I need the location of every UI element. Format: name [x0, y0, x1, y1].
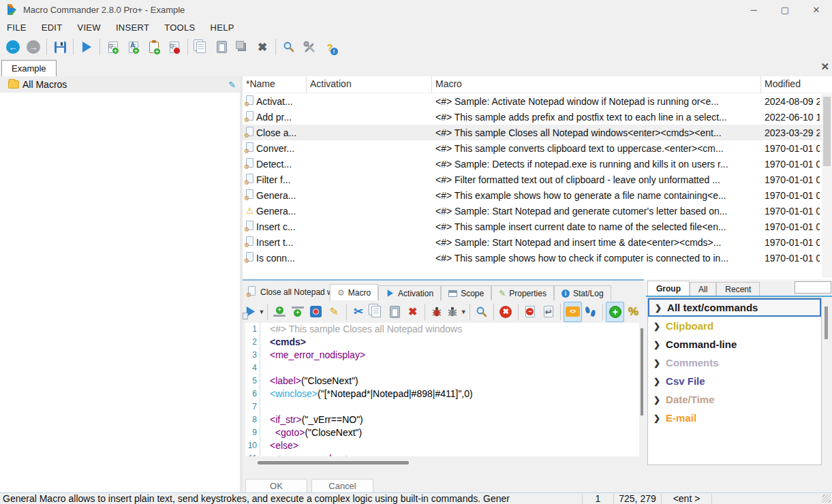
palette-tab-recent[interactable]: Recent — [716, 282, 760, 296]
forward-button[interactable]: → — [23, 37, 44, 57]
menu-tools[interactable]: TOOLS — [164, 22, 195, 33]
cut-button[interactable]: ✂ — [349, 302, 367, 322]
search-button[interactable] — [279, 37, 299, 57]
code-line[interactable]: 3<me_error_nodisplay> — [245, 349, 639, 362]
paste-button[interactable] — [211, 37, 232, 57]
menu-edit[interactable]: EDIT — [42, 22, 63, 33]
editor-vertical-scrollbar[interactable] — [641, 326, 644, 459]
run-button[interactable] — [76, 37, 97, 57]
debug-button[interactable] — [428, 302, 446, 322]
back-button[interactable]: ← — [3, 37, 23, 57]
menu-view[interactable]: VIEW — [77, 22, 100, 33]
group-item-command-line[interactable]: ❯Command-line — [648, 335, 821, 353]
editor-tab-scope[interactable]: Scope — [441, 285, 491, 300]
add-command-button[interactable]: + — [606, 302, 624, 322]
column-header-macro[interactable]: Macro — [432, 76, 761, 93]
cancel-button[interactable]: Cancel — [311, 479, 373, 493]
column-header-modified[interactable]: Modified — [761, 76, 820, 93]
editor-horizontal-scrollbar[interactable] — [245, 459, 639, 467]
code-editor[interactable]: 1<#> This sample Closes all Notepad wind… — [245, 323, 639, 456]
menu-help[interactable]: HELP — [211, 22, 234, 33]
insert-below-button[interactable]: + — [289, 302, 307, 322]
code-line[interactable]: 7 — [245, 400, 639, 413]
group-item-e-mail[interactable]: ❯E-mail — [648, 409, 821, 427]
toolbar-separator — [469, 304, 470, 320]
close-button[interactable]: ✕ — [801, 0, 832, 19]
edit-button[interactable]: ✎ — [325, 302, 343, 322]
save-button[interactable] — [50, 37, 70, 57]
editor-tab-activation[interactable]: Activation — [378, 285, 441, 300]
table-row[interactable]: ⚙Add pr...<#> This sample adds prefix an… — [243, 109, 832, 125]
code-line[interactable]: 6<winclose>("[*Notepad*|Notepad|#898|#41… — [245, 388, 639, 400]
close-tab-icon[interactable]: ✕ — [820, 61, 829, 73]
resize-grip[interactable] — [822, 494, 831, 503]
run-macro-button[interactable]: ▼ — [244, 302, 264, 322]
doc-arrow-button[interactable]: ↩ — [539, 302, 557, 322]
minimize-button[interactable]: ─ — [738, 0, 769, 19]
copy-button[interactable] — [367, 302, 386, 322]
palette-tab-group[interactable]: Group — [647, 281, 690, 296]
ok-button[interactable]: OK — [245, 479, 307, 493]
line-number: 7 — [245, 400, 260, 413]
code-line[interactable]: 10<else> — [245, 439, 639, 452]
code-line[interactable]: 2<cmds> — [245, 336, 639, 349]
menu-insert[interactable]: INSERT — [116, 22, 149, 33]
table-row[interactable]: ⚙Activat...<#> Sample: Activate Notepad … — [243, 93, 832, 109]
table-row[interactable]: ⚙Genera...<#> This example shows how to … — [243, 187, 832, 203]
group-item-all-text-commands[interactable]: ❯All text/commands — [648, 298, 821, 317]
tree-item-all-macros[interactable]: All Macros ✎ — [0, 76, 240, 93]
group-item-comments[interactable]: ❯Comments — [648, 353, 821, 372]
duplicate-button[interactable] — [232, 37, 252, 57]
table-row[interactable]: ⚙Conver...<#> This sample converts clipb… — [243, 140, 832, 156]
code-line[interactable]: 9 <goto>("CloseNext") — [245, 426, 639, 439]
new-macro-button[interactable]: +⚙ — [103, 37, 123, 57]
code-line[interactable]: 1<#> This sample Closes all Notepad wind… — [245, 323, 639, 336]
step-mode-button[interactable] — [582, 302, 600, 322]
code-line[interactable]: 5<label>("CloseNext") — [245, 375, 639, 388]
column-header-name[interactable]: *Name — [243, 76, 307, 93]
tab-example[interactable]: Example — [1, 60, 57, 76]
new-text-macro-button[interactable]: +A — [123, 37, 144, 57]
table-row[interactable]: ⚙Detect...<#> Sample: Detects if notepad… — [243, 156, 832, 172]
table-row[interactable]: ⚙Is conn...<#> This sample shows how to … — [243, 250, 832, 266]
record-button[interactable] — [307, 302, 325, 322]
edit-pencil-icon[interactable]: ✎ — [228, 80, 236, 90]
debug-options-button[interactable]: ▼ — [446, 302, 467, 322]
doc-minus-button[interactable]: − — [521, 302, 540, 322]
table-row[interactable]: ⚙Close a...<#> This sample Closes all No… — [243, 125, 832, 140]
palette-search-input[interactable] — [795, 281, 831, 294]
palette-tab-all[interactable]: All — [690, 282, 716, 296]
maximize-button[interactable]: ▢ — [769, 0, 801, 19]
editor-tab-macro[interactable]: ⚙Macro — [330, 284, 378, 300]
code-line[interactable]: 11 <me_error_clear> — [245, 452, 639, 456]
insert-above-button[interactable]: + — [271, 302, 289, 322]
stop-button[interactable]: ✖ — [497, 302, 515, 322]
code-view-button[interactable]: <> — [564, 302, 582, 322]
delete-red-button[interactable]: ✖ — [403, 302, 422, 322]
help-button[interactable]: ?! — [320, 37, 340, 57]
table-row[interactable]: ⚙Insert c...<#> This sample insert curre… — [243, 219, 832, 234]
table-row[interactable]: ⚠Genera...<#> Sample: Start Notepad and … — [243, 203, 832, 219]
table-row[interactable]: ⚙Insert t...<#> Sample: Start Notepad an… — [243, 234, 832, 250]
editor-tab-statlog[interactable]: iStat/Log — [554, 285, 611, 300]
code-line[interactable]: 4 — [245, 362, 639, 375]
group-item-clipboard[interactable]: ❯Clipboard — [648, 317, 821, 335]
editor-tab-properties[interactable]: ✎Properties — [491, 285, 554, 300]
group-item-csv-file[interactable]: ❯Csv File — [648, 372, 821, 390]
paste-button[interactable] — [386, 302, 404, 322]
find-button[interactable] — [473, 302, 491, 322]
palette-scrollbar[interactable] — [825, 301, 828, 464]
column-header-activation[interactable]: Activation — [307, 76, 432, 93]
new-clipboard-macro-button[interactable]: + — [144, 37, 164, 57]
code-line[interactable]: 8<if_str>("_vErr==NO") — [245, 413, 639, 426]
macro-doc-icon: ⚙ — [245, 111, 255, 123]
record-new-macro-button[interactable]: ⚙ — [164, 37, 185, 57]
settings-button[interactable] — [299, 37, 320, 57]
delete-button[interactable]: ✖ — [252, 37, 273, 57]
group-item-date-time[interactable]: ❯Date/Time — [648, 390, 821, 409]
copy-button[interactable] — [191, 37, 211, 57]
table-vertical-scrollbar[interactable] — [822, 94, 832, 278]
menu-file[interactable]: FILE — [7, 22, 27, 33]
percent-button[interactable]: % — [624, 302, 643, 322]
table-row[interactable]: ⚙Filter f...<#> Filter formatted text ou… — [243, 172, 832, 187]
